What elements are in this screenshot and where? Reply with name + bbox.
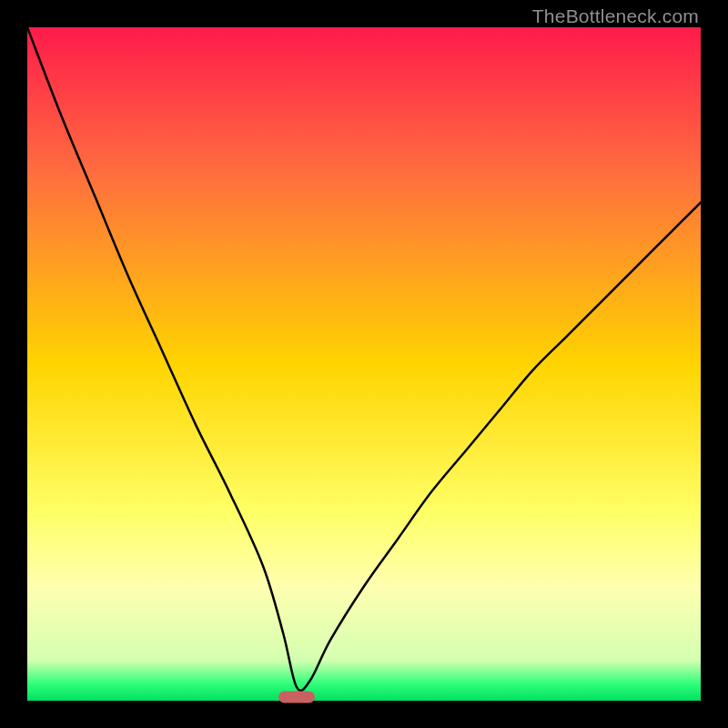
- chart-background: [27, 27, 701, 701]
- chart-frame: [27, 27, 701, 701]
- bottleneck-chart: [27, 27, 701, 701]
- watermark-text: TheBottleneck.com: [532, 5, 699, 27]
- optimal-marker: [278, 692, 315, 703]
